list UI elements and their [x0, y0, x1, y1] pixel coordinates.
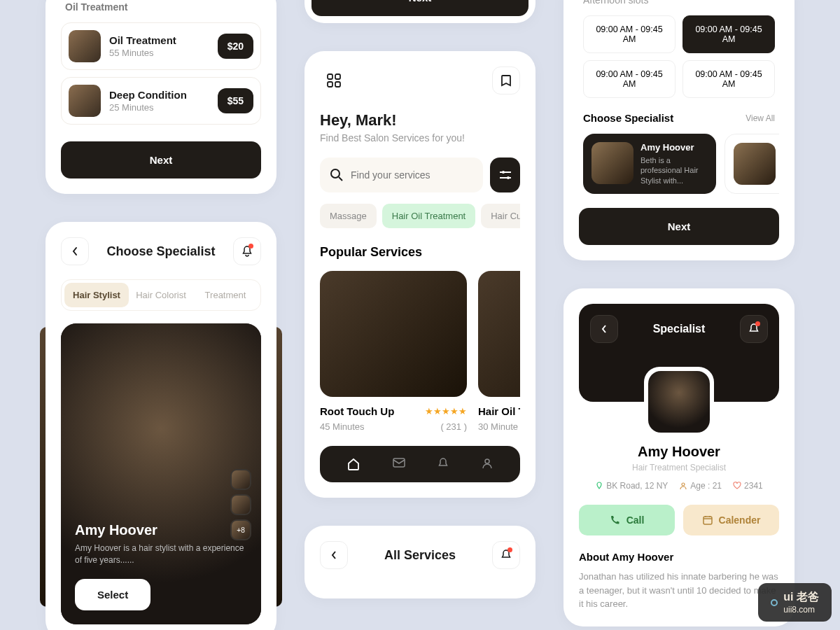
tab-hair-stylist[interactable]: Hair Stylist	[64, 283, 129, 307]
popular-name: Hair Oil Tr...	[478, 405, 520, 417]
bookmark-icon	[500, 74, 512, 87]
chevron-left-icon	[330, 550, 337, 560]
service-row[interactable]: Deep Condition 25 Minutes $55	[61, 77, 261, 125]
phone-icon	[610, 514, 621, 526]
services-card: Oil Treatment Oil Treatment 55 Minutes $…	[46, 0, 276, 194]
tab-hair-colorist[interactable]: Hair Colorist	[129, 283, 193, 307]
nav-notifications[interactable]	[437, 457, 449, 471]
notification-button[interactable]	[492, 541, 520, 569]
mail-icon	[392, 457, 406, 468]
grid-icon	[326, 73, 342, 88]
user-icon	[481, 457, 493, 470]
pin-icon	[595, 482, 603, 490]
stat-likes: 2341	[733, 481, 763, 491]
service-thumb	[69, 30, 101, 62]
chip-hair-oil[interactable]: Hair Oil Treatment	[382, 204, 475, 228]
notification-dot	[755, 321, 760, 326]
chip-hair-cut[interactable]: Hair Cut	[481, 204, 520, 228]
profile-stats: BK Road, 12 NY Age : 21 2341	[579, 481, 779, 491]
call-button[interactable]: Call	[579, 505, 675, 536]
popular-card[interactable]: Hair Oil Tr... 30 Minute	[478, 271, 520, 432]
bookmark-button[interactable]	[492, 66, 520, 94]
popular-list: Root Touch Up ★★★★★ 45 Minutes ( 231 ) H…	[320, 271, 520, 432]
popular-reviews: ( 231 )	[440, 421, 467, 432]
chip-massage[interactable]: Massage	[320, 204, 377, 228]
popular-image	[478, 271, 520, 397]
next-button[interactable]: Next	[61, 141, 261, 178]
svg-point-6	[507, 176, 510, 179]
svg-point-9	[682, 483, 685, 486]
service-thumb	[69, 85, 101, 117]
search-box[interactable]	[320, 158, 483, 192]
specialist-item[interactable]: Amy Hoover Beth is a professional Hair S…	[583, 134, 716, 194]
service-row[interactable]: Oil Treatment 55 Minutes $20	[61, 22, 261, 70]
svg-rect-3	[335, 82, 340, 87]
choose-specialist-title: Choose Specialist	[583, 112, 673, 124]
stat-location: BK Road, 12 NY	[595, 481, 668, 491]
calendar-button[interactable]: Calender	[683, 505, 779, 536]
back-button[interactable]	[61, 237, 89, 265]
popular-card[interactable]: Root Touch Up ★★★★★ 45 Minutes ( 231 )	[320, 271, 467, 432]
chevron-left-icon	[601, 324, 608, 334]
nav-mail[interactable]	[392, 457, 406, 471]
time-slot[interactable]: 09:00 AM - 09:45 AM	[583, 60, 676, 98]
service-name: Oil Treatment	[109, 34, 218, 46]
profile-card: Specialist Amy Hoover Hair Treatment Spe…	[564, 288, 794, 626]
specialist-name: Amy Hoover	[75, 522, 247, 538]
notification-dot	[248, 244, 253, 248]
page-title: Specialist	[653, 323, 706, 335]
specialist-list: Amy Hoover Beth is a professional Hair S…	[579, 134, 779, 194]
tab-treatment[interactable]: Treatment	[193, 283, 258, 307]
filter-button[interactable]	[490, 158, 520, 192]
bottom-nav	[320, 446, 520, 482]
menu-button[interactable]	[320, 66, 348, 94]
popular-duration: 45 Minutes	[320, 421, 365, 432]
chevron-left-icon	[71, 246, 78, 256]
search-icon	[330, 168, 344, 182]
popular-title: Popular Services	[320, 245, 520, 260]
page-title: All Services	[384, 548, 456, 563]
nav-profile[interactable]	[481, 457, 493, 471]
time-slot[interactable]: 09:00 AM - 09:45 AM	[682, 60, 775, 98]
mini-avatar[interactable]	[230, 469, 251, 490]
watermark: ui 老爸 uii8.com	[758, 583, 832, 622]
specialist-card[interactable]: +8 Amy Hoover Amy Hoover is a hair styli…	[61, 323, 261, 624]
view-all-link[interactable]: View All	[746, 113, 775, 123]
time-slot[interactable]: 09:00 AM - 09:45 AM	[583, 15, 676, 53]
greeting: Hey, Mark!	[320, 111, 520, 130]
back-button[interactable]	[320, 541, 348, 569]
back-button[interactable]	[590, 315, 618, 343]
greeting-sub: Find Best Salon Services for you!	[320, 132, 520, 144]
specialist-name: Amy Hoover	[640, 142, 708, 153]
page-title: Choose Specialist	[106, 244, 215, 259]
section-label: Oil Treatment	[61, 1, 261, 13]
next-button[interactable]: Next	[312, 0, 528, 16]
nav-home[interactable]	[346, 457, 360, 471]
select-button[interactable]: Select	[75, 579, 150, 610]
svg-rect-10	[704, 517, 712, 524]
heart-icon	[733, 482, 741, 490]
service-name: Deep Condition	[109, 89, 218, 101]
search-input[interactable]	[351, 169, 473, 181]
svg-point-8	[485, 459, 489, 463]
specialist-avatar	[592, 142, 634, 184]
svg-rect-7	[393, 458, 405, 467]
about-text: Jonathan has utilized his innate barberi…	[579, 570, 779, 611]
slot-grid: 09:00 AM - 09:45 AM 09:00 AM - 09:45 AM …	[579, 15, 779, 98]
bell-icon	[437, 457, 449, 470]
price-badge: $20	[218, 34, 253, 59]
notification-dot	[507, 547, 512, 552]
all-services-card: All Services	[304, 526, 536, 598]
next-button[interactable]: Next	[579, 208, 779, 245]
popular-image	[320, 271, 467, 397]
notification-button[interactable]	[233, 237, 261, 265]
profile-avatar	[644, 367, 714, 437]
specialist-avatar	[734, 143, 776, 185]
svg-point-5	[502, 171, 505, 174]
profile-name: Amy Hoover	[579, 444, 779, 460]
specialist-item[interactable]: Bet Bet pro Sty	[724, 134, 779, 194]
time-slot-selected[interactable]: 09:00 AM - 09:45 AM	[682, 15, 775, 53]
home-card: Hey, Mark! Find Best Salon Services for …	[304, 51, 536, 498]
star-rating: ★★★★★	[425, 406, 467, 416]
notification-button[interactable]	[740, 315, 768, 343]
